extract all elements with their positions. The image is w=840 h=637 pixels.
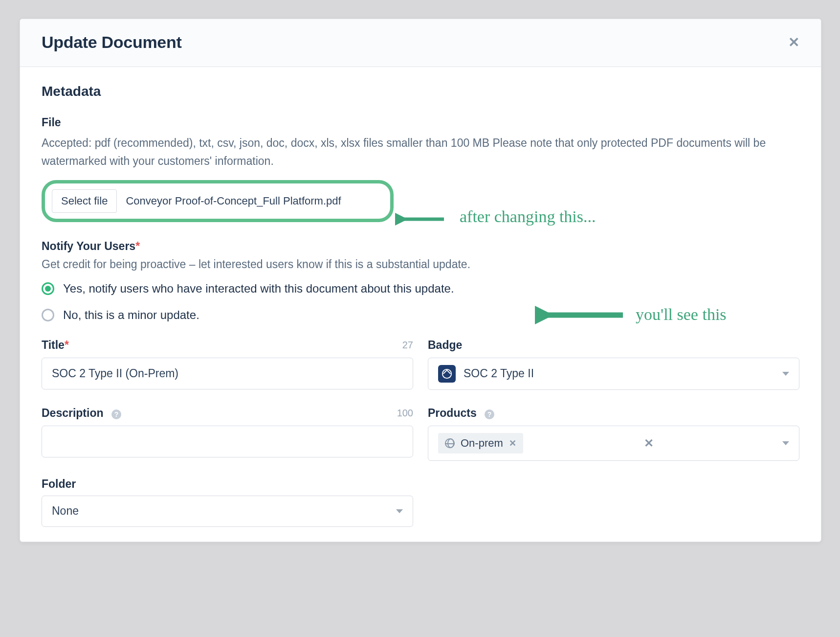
- products-select[interactable]: On-prem ✕ ✕: [428, 426, 799, 461]
- products-label: Products ?: [428, 407, 494, 420]
- product-tag: On-prem ✕: [438, 433, 523, 454]
- title-char-count: 27: [402, 340, 413, 351]
- select-file-button[interactable]: Select file: [52, 189, 117, 213]
- title-input[interactable]: [42, 358, 413, 389]
- description-label-text: Description: [42, 407, 104, 419]
- soc2-badge-icon: [438, 365, 456, 383]
- radio-selected-icon[interactable]: [42, 282, 54, 295]
- badge-value: SOC 2 Type II: [464, 367, 534, 380]
- notify-description: Get credit for being proactive – let int…: [42, 258, 799, 271]
- product-tag-label: On-prem: [461, 437, 503, 450]
- update-document-modal: Update Document ✕ Metadata File Accepted…: [20, 19, 821, 542]
- globe-icon: [445, 438, 455, 448]
- folder-label: Folder: [42, 478, 799, 491]
- badge-label: Badge: [428, 339, 462, 352]
- description-input[interactable]: [42, 426, 413, 457]
- chevron-down-icon: [396, 509, 403, 513]
- notify-no-row[interactable]: No, this is a minor update.: [42, 308, 799, 322]
- chevron-down-icon: [782, 441, 789, 445]
- notify-no-label: No, this is a minor update.: [63, 308, 199, 322]
- modal-body: Metadata File Accepted: pdf (recommended…: [20, 67, 821, 542]
- badge-select[interactable]: SOC 2 Type II: [428, 358, 799, 390]
- modal-header: Update Document ✕: [20, 19, 821, 67]
- notify-label: Notify Your Users*: [42, 240, 799, 253]
- file-label: File: [42, 116, 799, 129]
- metadata-heading: Metadata: [42, 84, 799, 99]
- modal-title: Update Document: [42, 33, 181, 52]
- close-icon[interactable]: ✕: [788, 36, 799, 49]
- folder-value: None: [52, 504, 79, 518]
- clear-all-icon[interactable]: ✕: [644, 436, 654, 450]
- notify-yes-row[interactable]: Yes, notify users who have interacted wi…: [42, 282, 799, 296]
- folder-select[interactable]: None: [42, 496, 413, 527]
- help-icon[interactable]: ?: [485, 410, 494, 419]
- title-label: Title*: [42, 339, 69, 352]
- required-asterisk: *: [65, 339, 69, 351]
- title-label-text: Title: [42, 339, 65, 351]
- description-char-count: 100: [397, 408, 413, 419]
- file-picker-highlight: Select file Conveyor Proof-of-Concept_Fu…: [42, 180, 394, 222]
- file-help-text: Accepted: pdf (recommended), txt, csv, j…: [42, 134, 799, 170]
- selected-filename: Conveyor Proof-of-Concept_Full Platform.…: [126, 195, 341, 207]
- required-asterisk: *: [135, 240, 140, 252]
- notify-label-text: Notify Your Users: [42, 240, 135, 252]
- radio-unselected-icon[interactable]: [42, 309, 54, 321]
- remove-tag-icon[interactable]: ✕: [509, 438, 516, 449]
- description-label: Description ?: [42, 407, 121, 420]
- notify-yes-label: Yes, notify users who have interacted wi…: [63, 282, 454, 296]
- chevron-down-icon: [782, 372, 789, 376]
- help-icon[interactable]: ?: [111, 410, 121, 419]
- products-label-text: Products: [428, 407, 477, 419]
